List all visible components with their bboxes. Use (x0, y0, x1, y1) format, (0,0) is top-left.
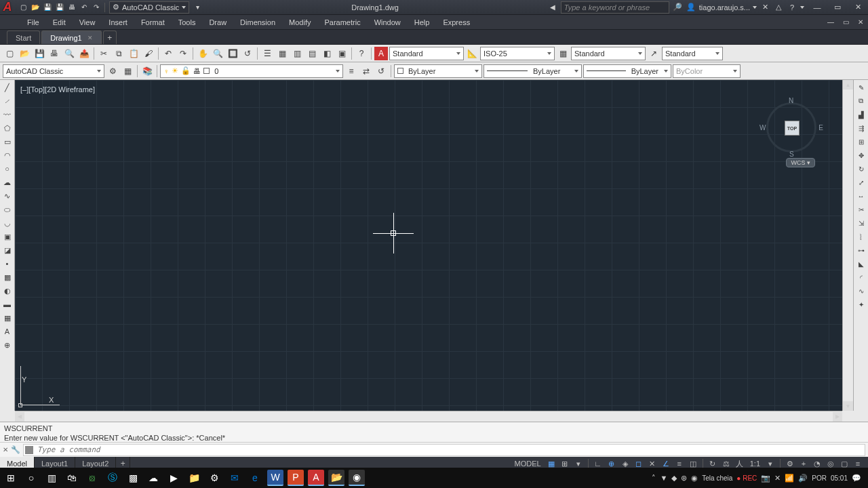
fullscreen-label[interactable]: Tela cheia (702, 474, 732, 482)
language-indicator[interactable]: POR (812, 474, 827, 482)
tab-start[interactable]: Start (7, 30, 40, 44)
erase-icon[interactable]: ✎ (855, 81, 867, 94)
make-block-icon[interactable]: ◪ (1, 244, 14, 256)
wifi-icon[interactable]: 📶 (785, 474, 794, 483)
tray-icon[interactable]: ◆ (671, 474, 677, 483)
paste-icon[interactable]: 📋 (127, 47, 140, 60)
chevron-down-icon[interactable] (753, 6, 757, 9)
autocad-taskbar-icon[interactable]: A (308, 470, 324, 486)
sheet-set-icon[interactable]: ▤ (305, 47, 319, 60)
revcloud-icon[interactable]: ☁ (1, 176, 14, 188)
viewcube-s[interactable]: S (789, 150, 794, 158)
array-icon[interactable]: ⊞ (855, 136, 867, 148)
tray-up-icon[interactable]: ˄ (652, 474, 656, 483)
workspace-switcher[interactable]: ⚙ AutoCAD Classic (109, 1, 189, 14)
color-select[interactable]: ByLayer (394, 64, 482, 78)
add-selected-icon[interactable]: ⊕ (1, 339, 14, 351)
anno-scale-select[interactable]: 1:1 (747, 460, 763, 468)
undo-icon[interactable]: ↶ (161, 47, 175, 60)
menu-window[interactable]: Window (368, 15, 408, 30)
menu-view[interactable]: View (73, 15, 102, 30)
print-icon[interactable]: 🖶 (66, 2, 77, 13)
close-button[interactable]: ✕ (848, 0, 868, 15)
ellipse-arc-icon[interactable]: ◡ (1, 217, 14, 229)
skype-icon[interactable]: Ⓢ (104, 470, 121, 486)
rec-indicator[interactable]: ● REC (736, 474, 757, 482)
properties-icon[interactable]: ☰ (260, 47, 274, 60)
redo-icon[interactable]: ↷ (91, 2, 102, 13)
saveas-icon[interactable]: 💾 (54, 2, 65, 13)
exchange-icon[interactable]: ✕ (760, 2, 770, 13)
text-style-select[interactable]: Standard (389, 47, 464, 60)
polyline-icon[interactable]: 〰 (1, 108, 14, 121)
menu-edit[interactable]: Edit (46, 15, 73, 30)
viewcube-top[interactable]: TOP (785, 121, 800, 136)
pan-icon[interactable]: ✋ (196, 47, 210, 60)
viewcube-e[interactable]: E (818, 124, 823, 131)
menu-modify[interactable]: Modify (282, 15, 317, 30)
tab-drawing1[interactable]: Drawing1✕ (41, 30, 101, 44)
tray-icon[interactable]: ▼ (660, 474, 667, 482)
new-tab-button[interactable]: + (103, 30, 117, 44)
wcs-badge[interactable]: WCS ▾ (786, 158, 815, 167)
workspace-select[interactable]: AutoCAD Classic (3, 64, 104, 78)
dim-style-select[interactable]: ISO-25 (480, 47, 555, 60)
rectangle-icon[interactable]: ▭ (1, 136, 14, 148)
workspace-save-icon[interactable]: ▦ (121, 64, 134, 78)
menu-dimension[interactable]: Dimension (233, 15, 282, 30)
save-icon[interactable]: 💾 (33, 47, 46, 60)
a360-icon[interactable]: △ (773, 2, 784, 13)
polygon-icon[interactable]: ⬠ (1, 122, 14, 134)
explode-icon[interactable]: ✦ (855, 298, 867, 310)
line-icon[interactable]: ╱ (1, 81, 14, 94)
plot-icon[interactable]: 🖶 (47, 47, 61, 60)
new-icon[interactable]: ▢ (18, 2, 28, 13)
signin-icon[interactable]: 👤 (686, 2, 696, 13)
menu-tools[interactable]: Tools (172, 15, 203, 30)
clock[interactable]: 05:01 (831, 474, 848, 482)
tray-icon[interactable]: ⊛ (681, 474, 687, 483)
viewcube-n[interactable]: N (789, 97, 793, 104)
quickcalc-icon[interactable]: ▣ (335, 47, 349, 60)
horizontal-scrollbar[interactable]: ◀ ▶ (15, 411, 842, 422)
zoom-prev-icon[interactable]: ↺ (241, 47, 254, 60)
copy-obj-icon[interactable]: ⧉ (855, 95, 867, 107)
user-name[interactable]: tiago.araujo.s... (699, 3, 750, 12)
scroll-left-icon[interactable]: ◀ (15, 412, 24, 422)
dim-icon[interactable]: 📐 (465, 47, 479, 60)
viewcube[interactable]: N S W E TOP (761, 97, 822, 158)
taskview-icon[interactable]: ▥ (43, 470, 60, 486)
settings-icon[interactable]: ⚙ (206, 470, 222, 486)
zoom-window-icon[interactable]: 🔲 (226, 47, 239, 60)
open-icon[interactable]: 📂 (30, 2, 41, 13)
mdi-restore-button[interactable]: ▭ (838, 15, 853, 30)
chevron-down-icon[interactable] (800, 6, 804, 9)
help-search-input[interactable]: Type a keyword or phrase (561, 1, 669, 14)
mdi-close-button[interactable]: ✕ (853, 15, 868, 30)
model-space-canvas[interactable]: [–][Top][2D Wireframe] Y X N S W E TOP W… (15, 80, 842, 411)
menu-help[interactable]: Help (408, 15, 437, 30)
model-space-toggle[interactable]: MODEL (512, 460, 544, 468)
redo-icon[interactable]: ↷ (176, 47, 190, 60)
gear-icon[interactable]: ⚙ (106, 64, 119, 78)
xline-icon[interactable]: ⟋ (1, 95, 14, 107)
lineweight-select[interactable]: ByLayer (583, 64, 671, 78)
volume-icon[interactable]: 🔊 (798, 474, 808, 483)
outlook-icon[interactable]: ✉ (226, 470, 243, 486)
linetype-select[interactable]: ByLayer (484, 64, 582, 78)
maximize-button[interactable]: ▭ (827, 0, 848, 15)
new-icon[interactable]: ▢ (3, 47, 16, 60)
chamfer-icon[interactable]: ◣ (855, 258, 867, 270)
viewport-label[interactable]: [–][Top][2D Wireframe] (20, 85, 95, 94)
publish-icon[interactable]: 📤 (77, 47, 91, 60)
point-icon[interactable]: • (1, 258, 14, 270)
scroll-down-icon[interactable]: ▼ (843, 401, 853, 411)
match-icon[interactable]: 🖌 (142, 47, 155, 60)
tool-palettes-icon[interactable]: ▥ (290, 47, 304, 60)
design-center-icon[interactable]: ▦ (275, 47, 289, 60)
movies-icon[interactable]: ▶ (165, 470, 182, 486)
menu-parametric[interactable]: Parametric (317, 15, 367, 30)
mleader-style-select[interactable]: Standard (662, 47, 723, 60)
infocenter-icon[interactable]: 🔎 (672, 2, 683, 13)
close-icon[interactable]: ✕ (87, 35, 93, 41)
